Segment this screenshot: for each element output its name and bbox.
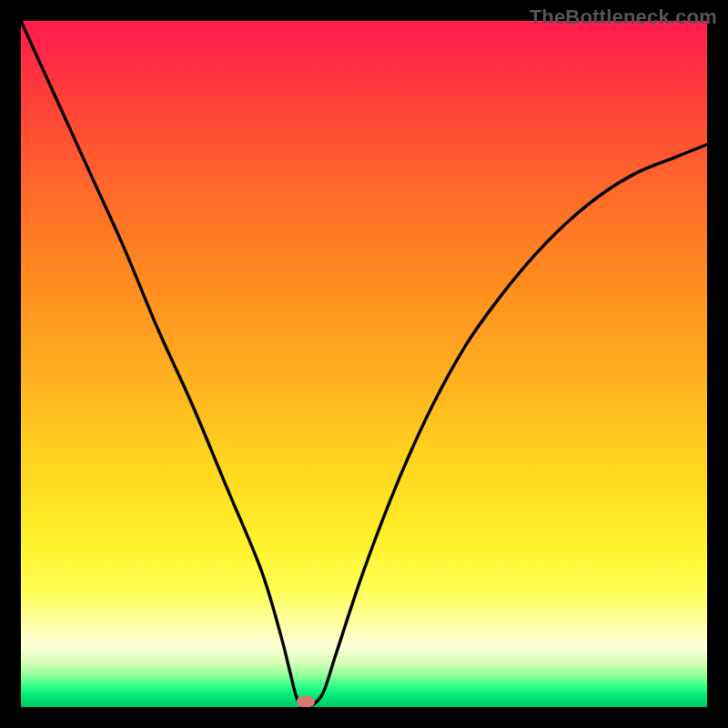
- optimal-marker: [297, 696, 315, 707]
- chart-frame: TheBottleneck.com: [0, 0, 728, 728]
- plot-area: [21, 21, 707, 707]
- watermark-text: TheBottleneck.com: [530, 5, 717, 29]
- bottleneck-curve-path: [21, 21, 707, 707]
- curve-svg: [21, 21, 707, 707]
